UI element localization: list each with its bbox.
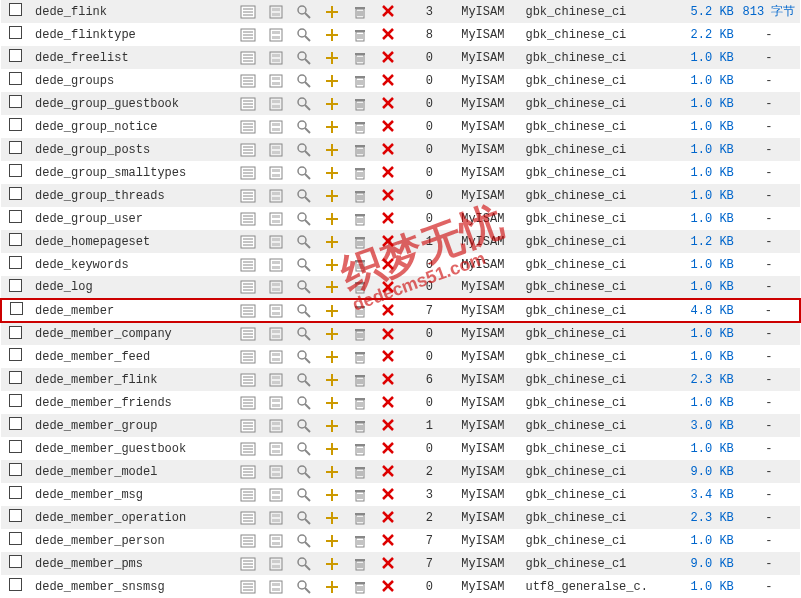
empty-icon[interactable] bbox=[352, 304, 368, 318]
search-icon[interactable] bbox=[296, 189, 312, 203]
search-icon[interactable] bbox=[296, 143, 312, 157]
table-name-link[interactable]: dede_member_model bbox=[35, 465, 157, 479]
row-checkbox[interactable] bbox=[9, 486, 22, 499]
drop-icon[interactable] bbox=[381, 143, 395, 157]
empty-icon[interactable] bbox=[352, 465, 368, 479]
table-name-link[interactable]: dede_group_notice bbox=[35, 120, 157, 134]
browse-icon[interactable] bbox=[240, 350, 256, 364]
empty-icon[interactable] bbox=[352, 350, 368, 364]
table-name-link[interactable]: dede_member_person bbox=[35, 534, 165, 548]
table-name-link[interactable]: dede_homepageset bbox=[35, 235, 150, 249]
table-name-link[interactable]: dede_flinktype bbox=[35, 28, 136, 42]
browse-icon[interactable] bbox=[240, 419, 256, 433]
search-icon[interactable] bbox=[296, 396, 312, 410]
table-name-link[interactable]: dede_member_group bbox=[35, 419, 157, 433]
empty-icon[interactable] bbox=[352, 258, 368, 272]
structure-icon[interactable] bbox=[268, 396, 284, 410]
drop-icon[interactable] bbox=[381, 120, 395, 134]
row-checkbox[interactable] bbox=[9, 164, 22, 177]
browse-icon[interactable] bbox=[240, 143, 256, 157]
insert-icon[interactable] bbox=[324, 580, 340, 594]
row-checkbox[interactable] bbox=[9, 326, 22, 339]
table-name-link[interactable]: dede_member_operation bbox=[35, 511, 186, 525]
insert-icon[interactable] bbox=[324, 465, 340, 479]
search-icon[interactable] bbox=[296, 28, 312, 42]
browse-icon[interactable] bbox=[240, 28, 256, 42]
insert-icon[interactable] bbox=[324, 280, 340, 294]
search-icon[interactable] bbox=[296, 212, 312, 226]
row-checkbox[interactable] bbox=[9, 210, 22, 223]
empty-icon[interactable] bbox=[352, 396, 368, 410]
table-name-link[interactable]: dede_member_friends bbox=[35, 396, 172, 410]
empty-icon[interactable] bbox=[352, 280, 368, 294]
search-icon[interactable] bbox=[296, 74, 312, 88]
browse-icon[interactable] bbox=[240, 534, 256, 548]
row-checkbox[interactable] bbox=[9, 578, 22, 591]
browse-icon[interactable] bbox=[240, 580, 256, 594]
browse-icon[interactable] bbox=[240, 235, 256, 249]
structure-icon[interactable] bbox=[268, 465, 284, 479]
table-name-link[interactable]: dede_groups bbox=[35, 74, 114, 88]
empty-icon[interactable] bbox=[352, 373, 368, 387]
browse-icon[interactable] bbox=[240, 442, 256, 456]
search-icon[interactable] bbox=[296, 97, 312, 111]
drop-icon[interactable] bbox=[381, 396, 395, 410]
row-checkbox[interactable] bbox=[9, 72, 22, 85]
browse-icon[interactable] bbox=[240, 373, 256, 387]
search-icon[interactable] bbox=[296, 580, 312, 594]
empty-icon[interactable] bbox=[352, 143, 368, 157]
table-name-link[interactable]: dede_group_user bbox=[35, 212, 143, 226]
row-checkbox[interactable] bbox=[9, 532, 22, 545]
structure-icon[interactable] bbox=[268, 580, 284, 594]
table-name-link[interactable]: dede_member_msg bbox=[35, 488, 143, 502]
table-name-link[interactable]: dede_member_guestbook bbox=[35, 442, 186, 456]
structure-icon[interactable] bbox=[268, 166, 284, 180]
structure-icon[interactable] bbox=[268, 258, 284, 272]
insert-icon[interactable] bbox=[324, 212, 340, 226]
structure-icon[interactable] bbox=[268, 74, 284, 88]
table-name-link[interactable]: dede_group_threads bbox=[35, 189, 165, 203]
structure-icon[interactable] bbox=[268, 120, 284, 134]
insert-icon[interactable] bbox=[324, 120, 340, 134]
table-name-link[interactable]: dede_member_flink bbox=[35, 373, 157, 387]
row-checkbox[interactable] bbox=[10, 302, 23, 315]
browse-icon[interactable] bbox=[240, 280, 256, 294]
row-checkbox[interactable] bbox=[9, 463, 22, 476]
structure-icon[interactable] bbox=[268, 189, 284, 203]
insert-icon[interactable] bbox=[324, 511, 340, 525]
browse-icon[interactable] bbox=[240, 258, 256, 272]
empty-icon[interactable] bbox=[352, 212, 368, 226]
insert-icon[interactable] bbox=[324, 419, 340, 433]
table-name-link[interactable]: dede_member_company bbox=[35, 327, 172, 341]
empty-icon[interactable] bbox=[352, 74, 368, 88]
insert-icon[interactable] bbox=[324, 396, 340, 410]
insert-icon[interactable] bbox=[324, 28, 340, 42]
drop-icon[interactable] bbox=[381, 327, 395, 341]
row-checkbox[interactable] bbox=[9, 49, 22, 62]
search-icon[interactable] bbox=[296, 350, 312, 364]
browse-icon[interactable] bbox=[240, 120, 256, 134]
search-icon[interactable] bbox=[296, 120, 312, 134]
drop-icon[interactable] bbox=[381, 350, 395, 364]
search-icon[interactable] bbox=[296, 235, 312, 249]
search-icon[interactable] bbox=[296, 488, 312, 502]
search-icon[interactable] bbox=[296, 442, 312, 456]
insert-icon[interactable] bbox=[324, 74, 340, 88]
search-icon[interactable] bbox=[296, 465, 312, 479]
browse-icon[interactable] bbox=[240, 212, 256, 226]
browse-icon[interactable] bbox=[240, 51, 256, 65]
browse-icon[interactable] bbox=[240, 5, 256, 19]
search-icon[interactable] bbox=[296, 557, 312, 571]
insert-icon[interactable] bbox=[324, 258, 340, 272]
search-icon[interactable] bbox=[296, 5, 312, 19]
insert-icon[interactable] bbox=[324, 488, 340, 502]
insert-icon[interactable] bbox=[324, 350, 340, 364]
insert-icon[interactable] bbox=[324, 557, 340, 571]
drop-icon[interactable] bbox=[381, 28, 395, 42]
row-checkbox[interactable] bbox=[9, 371, 22, 384]
empty-icon[interactable] bbox=[352, 511, 368, 525]
drop-icon[interactable] bbox=[381, 511, 395, 525]
insert-icon[interactable] bbox=[324, 327, 340, 341]
search-icon[interactable] bbox=[296, 166, 312, 180]
row-checkbox[interactable] bbox=[9, 187, 22, 200]
